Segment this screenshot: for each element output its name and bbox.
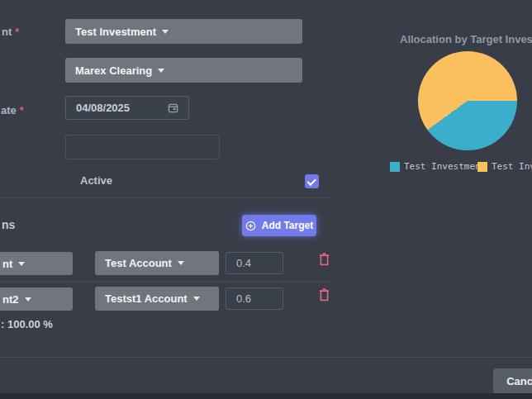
date-value: 04/08/2025 <box>76 102 130 114</box>
chevron-down-icon <box>178 261 184 265</box>
active-label: Active <box>80 174 112 187</box>
legend-label-2: Test Investment2 <box>492 161 532 172</box>
row2-weight-value: 0.6 <box>236 292 251 305</box>
chevron-down-icon <box>158 69 164 73</box>
trash-icon <box>319 253 330 266</box>
clearing-select[interactable]: Marex Clearing <box>65 58 302 83</box>
row2-delete-button[interactable] <box>319 288 330 302</box>
chevron-down-icon <box>162 30 169 34</box>
allocations-heading: ns <box>2 218 15 231</box>
investment-select[interactable]: Test Investment <box>65 19 302 44</box>
legend-swatch-teal <box>390 162 400 172</box>
row-divider <box>0 282 330 283</box>
row2-investment-value: nt2 <box>2 293 19 306</box>
row1-account-value: Test Account <box>105 257 172 269</box>
row2-investment-select[interactable]: nt2 <box>0 287 73 311</box>
row1-investment-select[interactable]: nt <box>0 252 73 275</box>
required-asterisk: * <box>20 105 24 116</box>
allocation-pie-chart[interactable] <box>418 51 517 150</box>
circle-plus-icon <box>245 221 256 231</box>
page-background-strip <box>0 393 532 399</box>
row1-delete-button[interactable] <box>319 253 330 266</box>
row1-weight-input[interactable]: 0.4 <box>226 252 283 274</box>
row2-weight-input[interactable]: 0.6 <box>226 287 283 310</box>
date-field-label: ate* <box>1 104 23 116</box>
add-target-label: Add Target <box>262 220 313 231</box>
legend-item-1[interactable]: Test Investment <box>390 161 486 172</box>
clearing-select-value: Marex Clearing <box>75 64 152 77</box>
date-input[interactable]: 04/08/2025 <box>65 96 189 120</box>
check-icon <box>306 176 316 185</box>
investment-allocation-modal: nt* ate* Test Investment Marex Clearing … <box>0 0 532 399</box>
chevron-down-icon <box>193 297 200 301</box>
active-checkbox[interactable] <box>305 174 319 188</box>
investment-select-value: Test Investment <box>75 26 156 38</box>
chevron-down-icon <box>18 262 25 266</box>
total-percentage: : 100.00 % <box>1 318 53 330</box>
row2-account-select[interactable]: Testst1 Account <box>95 287 219 311</box>
trash-icon <box>319 288 330 302</box>
legend-item-2[interactable]: Test Investment2 <box>477 161 532 172</box>
row1-account-select[interactable]: Test Account <box>95 251 219 275</box>
section-divider <box>0 197 330 198</box>
row1-investment-value: nt <box>2 258 12 270</box>
chevron-down-icon <box>25 297 31 302</box>
row2-account-value: Testst1 Account <box>105 292 188 305</box>
legend-swatch-orange <box>477 162 487 172</box>
required-asterisk: * <box>15 26 19 38</box>
chart-title: Allocation by Target Investment <box>400 33 532 45</box>
legend-label-1: Test Investment <box>404 161 486 172</box>
footer-divider <box>0 357 532 358</box>
cancel-button[interactable]: Cancel <box>493 368 532 394</box>
add-target-button[interactable]: Add Target <box>242 215 316 236</box>
notes-input[interactable] <box>65 135 220 159</box>
calendar-icon[interactable] <box>168 102 178 113</box>
row1-weight-value: 0.4 <box>236 257 251 269</box>
investment-field-label: nt* <box>2 26 19 38</box>
